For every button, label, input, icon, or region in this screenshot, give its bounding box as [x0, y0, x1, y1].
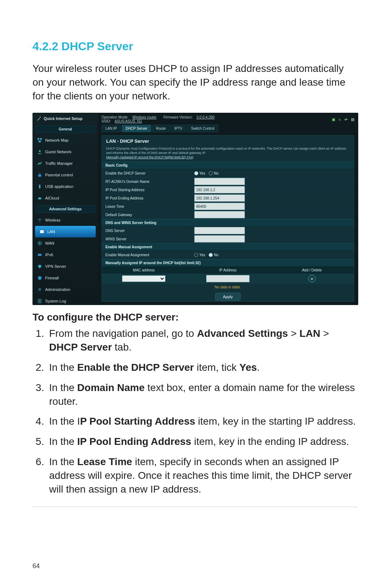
guest-icon — [37, 149, 42, 154]
footer-rule — [32, 507, 358, 507]
cloud-icon — [37, 196, 42, 201]
steps-list: From the navigation panel, go to Advance… — [32, 327, 358, 496]
wifi-icon — [37, 218, 42, 223]
wifi-status-icon[interactable]: ▤ — [351, 117, 354, 121]
faq-link[interactable]: Manually Assigned IP around the DHCP lis… — [106, 155, 193, 159]
section-manual-assignment: Enable Manual Assignment — [102, 243, 354, 251]
ssid-label: SSID: — [101, 119, 111, 123]
link-status-icon[interactable]: ⎋ — [339, 117, 341, 121]
svg-point-0 — [40, 117, 41, 117]
svg-rect-3 — [40, 138, 42, 140]
manual-page: 4.2.2 DHCP Server Your wireless router u… — [0, 0, 390, 588]
svg-rect-12 — [38, 254, 42, 256]
section-manual-list: Manually Assigned IP around the DHCP lis… — [102, 259, 354, 267]
globe-icon — [37, 241, 42, 246]
tab-iptv[interactable]: IPTV — [170, 125, 186, 132]
add-entry-button[interactable]: + — [308, 275, 316, 282]
step-4: In the IP Pool Starting Address item, ke… — [47, 415, 358, 428]
group-advanced: Advanced Settings — [36, 205, 95, 213]
enable-dhcp-no-radio[interactable]: No — [209, 171, 218, 175]
row-wins-server: WINS Server — [102, 235, 354, 243]
svg-rect-10 — [40, 230, 44, 233]
sidebar-item-ipv6[interactable]: IPv6 — [33, 249, 98, 261]
row-ip-start: IP Pool Starting Address — [102, 186, 354, 194]
gear-icon — [37, 287, 42, 292]
ip-pool-end-input[interactable] — [194, 194, 245, 202]
manual-yes-radio[interactable]: Yes — [194, 253, 205, 257]
usb-status-icon[interactable]: ⇄ — [344, 117, 347, 121]
fw-value[interactable]: 3.0.0.4.260 — [196, 115, 214, 119]
router-ui-screenshot: Quick Internet Setup General Network Map… — [32, 113, 358, 305]
default-gateway-input[interactable] — [194, 211, 245, 218]
intro-paragraph: Your wireless router uses DHCP to assign… — [32, 62, 358, 103]
configure-heading: To configure the DHCP server: — [32, 312, 358, 323]
log-icon — [37, 299, 42, 304]
sidebar-item-usb-application[interactable]: USB application — [33, 181, 98, 192]
network-icon — [37, 138, 42, 143]
section-dns-wins: DNS and WINS Server Setting — [102, 219, 354, 227]
page-number: 64 — [32, 562, 40, 570]
ip-pool-start-input[interactable] — [194, 186, 245, 193]
wins-server-input[interactable] — [194, 235, 245, 243]
status-icons: ▣ ⎋ ⇄ ▤ — [332, 117, 354, 121]
mac-address-select[interactable] — [122, 275, 165, 282]
sidebar-item-lan[interactable]: LAN — [35, 226, 96, 237]
tab-route[interactable]: Route — [152, 125, 170, 132]
sidebar: Quick Internet Setup General Network Map… — [33, 113, 98, 305]
main-area: Operation Mode: Wireless router Firmware… — [98, 113, 358, 305]
sidebar-item-vpn-server[interactable]: VPN Server — [33, 261, 98, 272]
quick-internet-setup[interactable]: Quick Internet Setup — [33, 113, 98, 124]
svg-rect-7 — [39, 185, 40, 188]
topbar: Operation Mode: Wireless router Firmware… — [98, 113, 358, 123]
manual-list-header: MAC address IP Address Add / Delete — [102, 267, 354, 274]
usb-icon — [37, 184, 42, 189]
ipv6-icon — [37, 252, 42, 257]
no-data-message: No data in table. — [102, 284, 354, 291]
tab-switch-control[interactable]: Switch Control — [187, 125, 218, 132]
apply-button[interactable]: Apply — [215, 293, 240, 301]
step-3: In the Domain Name text box, enter a dom… — [47, 381, 358, 408]
sidebar-item-wireless[interactable]: Wireless — [33, 214, 98, 226]
lan-tabs: LAN IP DHCP Server Route IPTV Switch Con… — [98, 123, 358, 134]
svg-rect-4 — [39, 141, 41, 142]
wand-icon — [36, 116, 42, 121]
dhcp-panel: LAN - DHCP Server DHCP (Dynamic Host Con… — [101, 135, 354, 302]
domain-name-input[interactable] — [194, 178, 245, 185]
col-add: Add / Delete — [270, 267, 354, 274]
user-status-icon[interactable]: ▣ — [332, 117, 335, 121]
tab-lan-ip[interactable]: LAN IP — [101, 125, 121, 132]
manual-ip-input[interactable] — [206, 275, 250, 282]
dns-server-input[interactable] — [194, 227, 245, 234]
svg-rect-6 — [38, 175, 41, 177]
manual-no-radio[interactable]: No — [209, 253, 218, 257]
panel-description: DHCP (Dynamic Host Configuration Protoco… — [102, 147, 354, 162]
section-heading: 4.2.2 DHCP Server — [32, 40, 358, 53]
lock-icon — [37, 172, 42, 177]
sidebar-item-aicloud[interactable]: AiCloud — [33, 192, 98, 204]
step-2: In the Enable the DHCP Server item, tick… — [47, 361, 358, 374]
sidebar-item-system-log[interactable]: System Log — [33, 295, 98, 307]
row-dns-server: DNS Server — [102, 227, 354, 235]
panel-title: LAN - DHCP Server — [102, 136, 354, 147]
step-5: In the IP Pool Ending Address item, key … — [47, 435, 358, 448]
section-number: 4.2.2 — [32, 40, 58, 53]
row-domain-name: RT-AC66U's Domain Name — [102, 177, 354, 186]
svg-rect-2 — [38, 138, 39, 140]
fw-label: Firmware Version: — [164, 115, 193, 119]
sidebar-item-network-map[interactable]: Network Map — [33, 134, 98, 146]
vpn-icon — [37, 264, 42, 269]
sidebar-item-parental-control[interactable]: Parental control — [33, 169, 98, 181]
sidebar-item-wan[interactable]: WAN — [33, 237, 98, 249]
tab-dhcp-server[interactable]: DHCP Server — [122, 125, 151, 132]
sidebar-item-firewall[interactable]: Firewall — [33, 272, 98, 284]
row-enable-dhcp: Enable the DHCP Server Yes No — [102, 169, 354, 177]
row-lease-time: Lease Time — [102, 202, 354, 211]
lease-time-input[interactable] — [194, 203, 245, 210]
enable-dhcp-yes-radio[interactable]: Yes — [194, 171, 205, 175]
sidebar-item-traffic-manager[interactable]: Traffic Manager — [33, 158, 98, 169]
row-ip-end: IP Pool Ending Address — [102, 194, 354, 202]
sidebar-item-administration[interactable]: Administration — [33, 284, 98, 295]
op-mode-value[interactable]: Wireless router — [132, 115, 156, 119]
sidebar-item-guest-network[interactable]: Guest Network — [33, 146, 98, 158]
svg-point-5 — [39, 150, 41, 152]
